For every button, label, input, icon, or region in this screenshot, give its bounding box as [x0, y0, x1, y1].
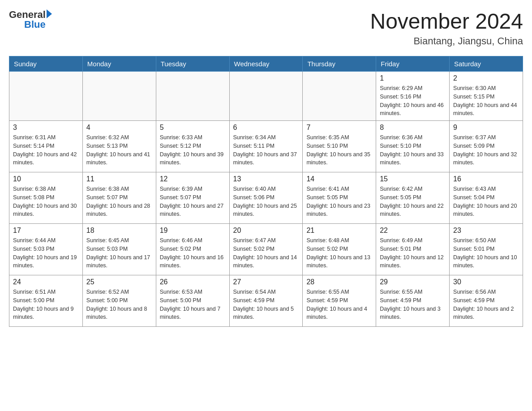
- day-number: 24: [13, 278, 79, 286]
- calendar-cell: [9, 72, 83, 121]
- calendar-cell: 1Sunrise: 6:29 AMSunset: 5:16 PMDaylight…: [376, 72, 450, 121]
- calendar-week-4: 17Sunrise: 6:44 AMSunset: 5:03 PMDayligh…: [9, 224, 523, 275]
- day-number: 20: [233, 227, 299, 235]
- location-title: Biantang, Jiangsu, China: [370, 35, 523, 47]
- day-info: Sunrise: 6:55 AMSunset: 4:59 PMDaylight:…: [306, 288, 372, 321]
- day-number: 18: [86, 227, 152, 235]
- calendar-cell: [156, 72, 229, 121]
- day-number: 3: [13, 124, 79, 132]
- day-info: Sunrise: 6:41 AMSunset: 5:05 PMDaylight:…: [306, 185, 372, 218]
- day-info: Sunrise: 6:35 AMSunset: 5:10 PMDaylight:…: [306, 133, 372, 167]
- calendar-cell: 19Sunrise: 6:46 AMSunset: 5:02 PMDayligh…: [156, 224, 229, 275]
- day-number: 30: [453, 278, 519, 286]
- day-number: 2: [453, 74, 519, 82]
- month-title: November 2024: [370, 9, 523, 34]
- day-number: 17: [13, 227, 79, 235]
- calendar-cell: 27Sunrise: 6:54 AMSunset: 4:59 PMDayligh…: [229, 275, 303, 327]
- weekday-header-wednesday: Wednesday: [229, 56, 303, 72]
- calendar-cell: 21Sunrise: 6:48 AMSunset: 5:02 PMDayligh…: [303, 224, 376, 275]
- day-number: 27: [233, 278, 299, 286]
- calendar-cell: 15Sunrise: 6:42 AMSunset: 5:05 PMDayligh…: [376, 172, 450, 224]
- calendar-cell: 13Sunrise: 6:40 AMSunset: 5:06 PMDayligh…: [229, 172, 303, 224]
- calendar-cell: [229, 72, 303, 121]
- day-info: Sunrise: 6:38 AMSunset: 5:07 PMDaylight:…: [86, 185, 152, 218]
- calendar-cell: 30Sunrise: 6:56 AMSunset: 4:59 PMDayligh…: [450, 275, 523, 327]
- day-info: Sunrise: 6:53 AMSunset: 5:00 PMDaylight:…: [160, 288, 226, 321]
- calendar-cell: [82, 72, 156, 121]
- weekday-header-monday: Monday: [82, 56, 156, 72]
- day-info: Sunrise: 6:54 AMSunset: 4:59 PMDaylight:…: [233, 288, 299, 321]
- calendar-cell: 24Sunrise: 6:51 AMSunset: 5:00 PMDayligh…: [9, 275, 83, 327]
- calendar-cell: 3Sunrise: 6:31 AMSunset: 5:14 PMDaylight…: [9, 121, 83, 172]
- calendar-week-1: 1Sunrise: 6:29 AMSunset: 5:16 PMDaylight…: [9, 72, 523, 121]
- logo-blue-text: Blue: [24, 19, 46, 30]
- day-number: 5: [160, 124, 226, 132]
- day-number: 14: [306, 175, 372, 183]
- day-number: 13: [233, 175, 299, 183]
- calendar-cell: 5Sunrise: 6:33 AMSunset: 5:12 PMDaylight…: [156, 121, 229, 172]
- calendar-cell: 18Sunrise: 6:45 AMSunset: 5:03 PMDayligh…: [82, 224, 156, 275]
- calendar-week-5: 24Sunrise: 6:51 AMSunset: 5:00 PMDayligh…: [9, 275, 523, 327]
- calendar-cell: 29Sunrise: 6:55 AMSunset: 4:59 PMDayligh…: [376, 275, 450, 327]
- day-info: Sunrise: 6:50 AMSunset: 5:01 PMDaylight:…: [453, 236, 519, 270]
- day-info: Sunrise: 6:33 AMSunset: 5:12 PMDaylight:…: [160, 133, 226, 167]
- day-number: 28: [306, 278, 372, 286]
- calendar-cell: 11Sunrise: 6:38 AMSunset: 5:07 PMDayligh…: [82, 172, 156, 224]
- day-number: 19: [160, 227, 226, 235]
- day-number: 15: [380, 175, 446, 183]
- day-info: Sunrise: 6:45 AMSunset: 5:03 PMDaylight:…: [86, 236, 152, 270]
- calendar-cell: 2Sunrise: 6:30 AMSunset: 5:15 PMDaylight…: [450, 72, 523, 121]
- calendar-cell: 9Sunrise: 6:37 AMSunset: 5:09 PMDaylight…: [450, 121, 523, 172]
- calendar-cell: 26Sunrise: 6:53 AMSunset: 5:00 PMDayligh…: [156, 275, 229, 327]
- day-info: Sunrise: 6:39 AMSunset: 5:07 PMDaylight:…: [160, 185, 226, 218]
- calendar-table: SundayMondayTuesdayWednesdayThursdayFrid…: [9, 56, 523, 327]
- day-info: Sunrise: 6:52 AMSunset: 5:00 PMDaylight:…: [86, 288, 152, 321]
- day-info: Sunrise: 6:40 AMSunset: 5:06 PMDaylight:…: [233, 185, 299, 218]
- day-number: 8: [380, 124, 446, 132]
- day-number: 11: [86, 175, 152, 183]
- day-info: Sunrise: 6:29 AMSunset: 5:16 PMDaylight:…: [380, 84, 446, 118]
- day-info: Sunrise: 6:38 AMSunset: 5:08 PMDaylight:…: [13, 185, 79, 218]
- weekday-header-saturday: Saturday: [450, 56, 523, 72]
- day-info: Sunrise: 6:46 AMSunset: 5:02 PMDaylight:…: [160, 236, 226, 270]
- logo-triangle-icon: [47, 9, 52, 18]
- day-info: Sunrise: 6:31 AMSunset: 5:14 PMDaylight:…: [13, 133, 79, 167]
- calendar-week-3: 10Sunrise: 6:38 AMSunset: 5:08 PMDayligh…: [9, 172, 523, 224]
- weekday-header-thursday: Thursday: [303, 56, 376, 72]
- calendar-cell: 23Sunrise: 6:50 AMSunset: 5:01 PMDayligh…: [450, 224, 523, 275]
- calendar-cell: 14Sunrise: 6:41 AMSunset: 5:05 PMDayligh…: [303, 172, 376, 224]
- calendar-cell: 16Sunrise: 6:43 AMSunset: 5:04 PMDayligh…: [450, 172, 523, 224]
- calendar-cell: 8Sunrise: 6:36 AMSunset: 5:10 PMDaylight…: [376, 121, 450, 172]
- day-number: 16: [453, 175, 519, 183]
- calendar-cell: 10Sunrise: 6:38 AMSunset: 5:08 PMDayligh…: [9, 172, 83, 224]
- calendar-cell: 22Sunrise: 6:49 AMSunset: 5:01 PMDayligh…: [376, 224, 450, 275]
- day-number: 1: [380, 74, 446, 82]
- weekday-header-friday: Friday: [376, 56, 450, 72]
- day-info: Sunrise: 6:36 AMSunset: 5:10 PMDaylight:…: [380, 133, 446, 167]
- day-info: Sunrise: 6:43 AMSunset: 5:04 PMDaylight:…: [453, 185, 519, 218]
- day-number: 25: [86, 278, 152, 286]
- weekday-header-sunday: Sunday: [9, 56, 83, 72]
- calendar-cell: 17Sunrise: 6:44 AMSunset: 5:03 PMDayligh…: [9, 224, 83, 275]
- logo: General Blue: [9, 9, 52, 30]
- day-info: Sunrise: 6:51 AMSunset: 5:00 PMDaylight:…: [13, 288, 79, 321]
- day-number: 26: [160, 278, 226, 286]
- day-number: 23: [453, 227, 519, 235]
- calendar-cell: 28Sunrise: 6:55 AMSunset: 4:59 PMDayligh…: [303, 275, 376, 327]
- title-section: November 2024 Biantang, Jiangsu, China: [370, 9, 523, 47]
- day-info: Sunrise: 6:32 AMSunset: 5:13 PMDaylight:…: [86, 133, 152, 167]
- day-number: 6: [233, 124, 299, 132]
- calendar-cell: 4Sunrise: 6:32 AMSunset: 5:13 PMDaylight…: [82, 121, 156, 172]
- day-number: 22: [380, 227, 446, 235]
- day-info: Sunrise: 6:55 AMSunset: 4:59 PMDaylight:…: [380, 288, 446, 321]
- calendar-cell: 6Sunrise: 6:34 AMSunset: 5:11 PMDaylight…: [229, 121, 303, 172]
- day-number: 12: [160, 175, 226, 183]
- day-number: 9: [453, 124, 519, 132]
- day-info: Sunrise: 6:56 AMSunset: 4:59 PMDaylight:…: [453, 288, 519, 321]
- day-info: Sunrise: 6:30 AMSunset: 5:15 PMDaylight:…: [453, 84, 519, 118]
- day-number: 21: [306, 227, 372, 235]
- day-info: Sunrise: 6:47 AMSunset: 5:02 PMDaylight:…: [233, 236, 299, 270]
- day-info: Sunrise: 6:44 AMSunset: 5:03 PMDaylight:…: [13, 236, 79, 270]
- day-number: 4: [86, 124, 152, 132]
- calendar-week-2: 3Sunrise: 6:31 AMSunset: 5:14 PMDaylight…: [9, 121, 523, 172]
